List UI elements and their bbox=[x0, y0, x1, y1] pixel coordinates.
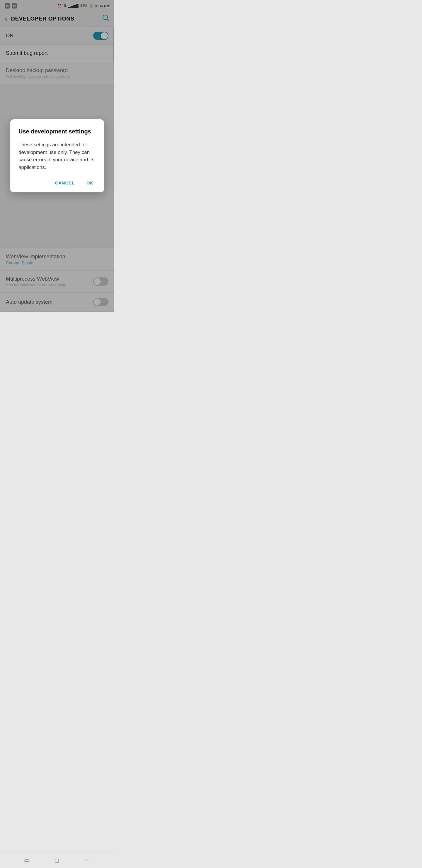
ok-button[interactable]: OK bbox=[84, 179, 96, 186]
dialog-actions: CANCEL OK bbox=[19, 179, 96, 186]
dialog: Use development settings These settings … bbox=[10, 119, 104, 192]
dialog-overlay: Use development settings These settings … bbox=[0, 0, 114, 312]
cancel-button[interactable]: CANCEL bbox=[53, 179, 77, 186]
dialog-title: Use development settings bbox=[19, 128, 96, 135]
dialog-body: These settings are intended for developm… bbox=[19, 141, 96, 171]
